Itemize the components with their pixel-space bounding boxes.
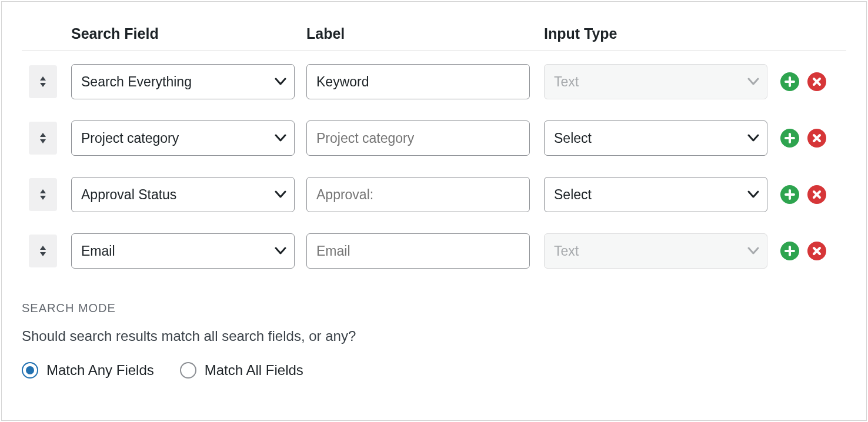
add-row-button[interactable] — [780, 242, 799, 260]
radio-match-all[interactable]: Match All Fields — [180, 362, 303, 379]
plus-icon — [784, 189, 795, 200]
header-field: Search Field — [71, 25, 306, 42]
input-type-select: Text — [544, 233, 767, 269]
search-mode-radios: Match Any Fields Match All Fields — [22, 362, 846, 379]
header-type: Input Type — [544, 25, 767, 42]
search-field-select[interactable]: Email — [71, 233, 295, 269]
input-type-select[interactable]: Select — [544, 120, 767, 156]
field-row: Search EverythingText — [22, 53, 846, 110]
add-row-button[interactable] — [780, 129, 799, 148]
drag-handle[interactable] — [29, 65, 57, 98]
close-icon — [812, 133, 822, 143]
add-row-button[interactable] — [780, 72, 799, 91]
search-field-select[interactable]: Search Everything — [71, 64, 295, 99]
close-icon — [812, 190, 822, 199]
input-type-select: Text — [544, 64, 767, 99]
search-field-select[interactable]: Project category — [71, 120, 295, 156]
close-icon — [812, 246, 822, 256]
search-field-select[interactable]: Approval Status — [71, 177, 295, 212]
radio-match-all-label: Match All Fields — [205, 362, 303, 379]
drag-handle[interactable] — [29, 122, 57, 155]
plus-icon — [784, 76, 795, 87]
add-row-button[interactable] — [780, 185, 799, 204]
label-input[interactable] — [306, 64, 530, 99]
label-input[interactable] — [306, 120, 530, 156]
remove-row-button[interactable] — [807, 185, 826, 204]
header-label: Label — [306, 25, 544, 42]
field-row: EmailText — [22, 223, 846, 279]
drag-handle[interactable] — [29, 235, 57, 267]
close-icon — [812, 77, 822, 86]
radio-match-any-label: Match Any Fields — [46, 362, 154, 379]
remove-row-button[interactable] — [807, 129, 826, 148]
plus-icon — [784, 246, 795, 256]
label-input[interactable] — [306, 233, 530, 269]
search-mode-heading: SEARCH MODE — [22, 302, 846, 315]
radio-match-any[interactable]: Match Any Fields — [22, 362, 154, 379]
remove-row-button[interactable] — [807, 242, 826, 260]
search-fields-panel: Search Field Label Input Type Search Eve… — [1, 1, 867, 421]
input-type-select[interactable]: Select — [544, 177, 767, 212]
table-header: Search Field Label Input Type — [22, 2, 846, 51]
plus-icon — [784, 133, 795, 143]
remove-row-button[interactable] — [807, 72, 826, 91]
search-mode-description: Should search results match all search f… — [22, 328, 846, 344]
label-input[interactable] — [306, 177, 530, 212]
field-row: Project categorySelect — [22, 110, 846, 166]
drag-handle[interactable] — [29, 178, 57, 211]
field-row: Approval StatusSelect — [22, 166, 846, 223]
